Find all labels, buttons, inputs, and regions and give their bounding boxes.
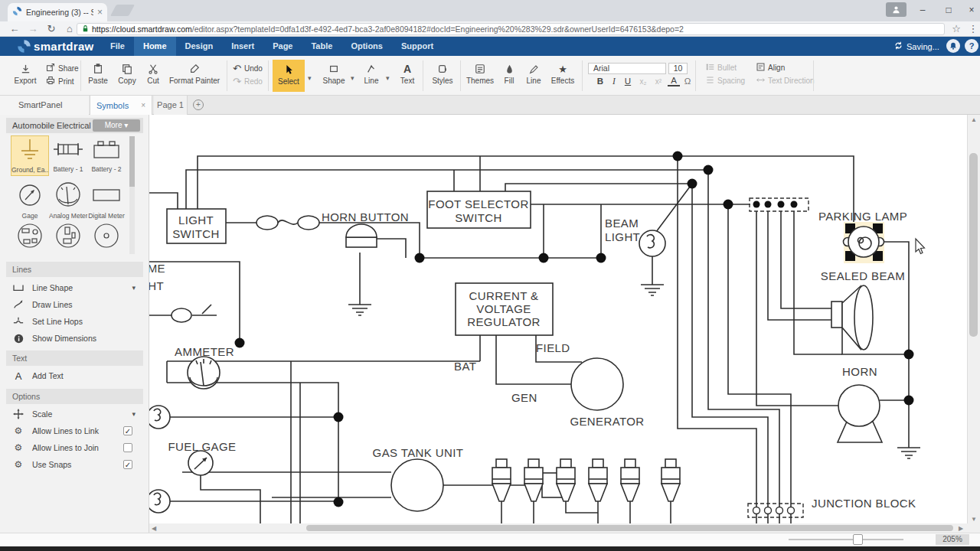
label-beam-light[interactable]: BEAM xyxy=(605,217,639,230)
styles-button[interactable]: Styles xyxy=(427,61,458,85)
menu-design[interactable]: Design xyxy=(176,37,223,56)
text-direction-button[interactable]: Text Direction xyxy=(756,76,815,86)
menu-file[interactable]: File xyxy=(101,37,134,56)
tab-symbols-close-icon[interactable]: × xyxy=(141,101,145,109)
canvas-vscrollbar-thumb[interactable] xyxy=(969,153,978,337)
help-icon[interactable]: ? xyxy=(965,39,978,53)
label-junction-block[interactable]: JUNCTION BLOCK xyxy=(812,497,916,510)
scale-dropdown-icon[interactable]: ▾ xyxy=(132,410,136,418)
shape-horn-button[interactable] xyxy=(346,224,377,247)
address-bar[interactable]: https://cloud.smartdraw.com/editor.aspx?… xyxy=(77,23,945,35)
menu-options[interactable]: Options xyxy=(341,37,392,56)
panel-item-show-dimensions[interactable]: Show Dimensions xyxy=(6,330,143,347)
shape-parking-lamp-selected[interactable] xyxy=(844,222,885,263)
checkbox-use-snaps[interactable]: ✓ xyxy=(123,460,132,469)
effects-button[interactable]: ★ Effects xyxy=(547,61,579,85)
canvas-hscrollbar-thumb[interactable] xyxy=(306,525,953,531)
tab-smartpanel[interactable]: SmartPanel xyxy=(0,96,89,115)
drawing-canvas[interactable]: LIGHT SWITCH HORN BUTTON FOOT SELECTOR S… xyxy=(149,115,967,523)
label-ammeter[interactable]: AMMETER xyxy=(175,345,234,358)
svg-text:SWITCH[interactable]: SWITCH xyxy=(172,227,220,240)
scroll-left-icon[interactable]: ◀ xyxy=(152,525,156,532)
panel-item-use-snaps[interactable]: ⚙ Use Snaps ✓ xyxy=(6,456,143,473)
scroll-down-icon[interactable]: ▼ xyxy=(971,516,977,523)
svg-text:SWITCH[interactable]: SWITCH xyxy=(455,211,502,224)
label-sealed-beam[interactable]: SEALED BEAM xyxy=(821,269,905,282)
panel-item-set-line-hops[interactable]: Set Line Hops xyxy=(6,313,143,330)
export-button[interactable]: Export xyxy=(8,61,43,85)
spacing-button[interactable]: Spacing xyxy=(706,76,745,86)
svg-text:VOLTAGE[interactable]: VOLTAGE xyxy=(476,302,531,315)
shape-sealed-beam[interactable] xyxy=(831,285,873,350)
avatar[interactable] xyxy=(886,2,906,17)
close-button[interactable]: × xyxy=(960,0,980,20)
browser-menu-icon[interactable]: ⋮ xyxy=(965,21,980,37)
symbol-distributor-2[interactable] xyxy=(49,222,87,253)
select-dropdown-icon[interactable]: ▾ xyxy=(308,74,312,82)
menu-table[interactable]: Table xyxy=(302,37,341,56)
shape-ammeter[interactable] xyxy=(188,357,220,389)
tab-symbols[interactable]: Symbols × xyxy=(90,96,152,115)
menu-page[interactable]: Page xyxy=(263,37,302,56)
format-painter-button[interactable]: Format Painter xyxy=(165,61,224,85)
line-dropdown-icon[interactable]: ▾ xyxy=(386,74,390,82)
symbol-digital-meter[interactable]: Digital Meter xyxy=(87,182,126,220)
ground-symbol[interactable] xyxy=(348,305,371,315)
label-gas-tank[interactable]: GAS TANK UNIT xyxy=(373,446,464,459)
undo-button[interactable]: ↶ Undo xyxy=(233,63,263,74)
more-symbols-button[interactable]: More ▾ xyxy=(93,119,140,132)
print-button[interactable]: Print xyxy=(46,76,74,86)
label-generator[interactable]: GENERATOR xyxy=(570,415,644,428)
label-foot-selector[interactable]: FOOT SELECTOR xyxy=(428,197,528,210)
symbol-scrollbar[interactable] xyxy=(129,136,135,254)
shape-dropdown-icon[interactable]: ▾ xyxy=(351,74,354,82)
add-page-icon[interactable]: + xyxy=(193,99,204,110)
shape-connectors[interactable] xyxy=(492,459,680,501)
text-tool-button[interactable]: A Text xyxy=(394,61,421,85)
label-parking-lamp[interactable]: PARKING LAMP xyxy=(818,210,907,223)
bold-button[interactable]: B xyxy=(594,76,606,87)
symbol-coil[interactable] xyxy=(87,222,126,253)
panel-item-scale[interactable]: Scale ▾ xyxy=(6,406,143,422)
line-shape-dropdown-icon[interactable]: ▾ xyxy=(132,284,136,292)
tab-page-1[interactable]: Page 1 xyxy=(154,96,188,115)
label-field[interactable]: FIELD xyxy=(536,341,570,354)
paste-button[interactable]: Paste xyxy=(83,61,113,85)
shape-horn[interactable] xyxy=(838,385,882,442)
shape-gas-tank[interactable] xyxy=(391,459,443,511)
panel-item-draw-lines[interactable]: Draw Lines xyxy=(6,296,143,313)
checkbox-allow-lines-link[interactable]: ✓ xyxy=(123,426,132,435)
minimize-button[interactable]: – xyxy=(911,0,934,20)
align-button[interactable]: Align xyxy=(756,63,785,73)
scroll-right-icon[interactable]: ▶ xyxy=(959,525,963,532)
label-regulator[interactable]: CURRENT & xyxy=(469,289,539,302)
font-name-input[interactable]: Arial xyxy=(588,63,666,74)
label-light-switch[interactable]: LIGHT xyxy=(178,214,214,227)
menu-insert[interactable]: Insert xyxy=(222,37,263,56)
notifications-bell-icon[interactable] xyxy=(946,39,960,53)
back-icon[interactable]: ← xyxy=(6,21,23,37)
tab-close-icon[interactable]: × xyxy=(97,7,103,18)
bookmark-star-icon[interactable]: ☆ xyxy=(948,21,965,37)
browser-tab[interactable]: Engineering (3) -- Smart × xyxy=(8,3,107,21)
bullet-button[interactable]: Bullet xyxy=(706,63,737,73)
panel-item-allow-lines-link[interactable]: ⚙ Allow Lines to Link ✓ xyxy=(6,422,143,439)
line-style-button[interactable]: Line xyxy=(521,61,547,85)
shape-tool-button[interactable]: Shape xyxy=(318,61,349,85)
copy-button[interactable]: Copy xyxy=(113,61,141,85)
shape-fuel-gage[interactable] xyxy=(188,451,213,475)
symbol-ground[interactable]: Ground, Ea... xyxy=(11,135,49,176)
symbol-distributor-1[interactable] xyxy=(11,222,49,253)
underline-button[interactable]: U xyxy=(622,76,634,87)
home-icon[interactable]: ⌂ xyxy=(61,21,78,37)
svg-text:LIGHT[interactable]: LIGHT xyxy=(605,230,640,243)
checkbox-allow-lines-join[interactable] xyxy=(123,443,132,452)
symbol-scrollbar-thumb[interactable] xyxy=(129,136,135,187)
label-fuel-gage[interactable]: FUEL GAGE xyxy=(168,440,237,453)
menu-support[interactable]: Support xyxy=(392,37,443,56)
symbol-analog-meter[interactable]: Analog Meter xyxy=(49,181,87,220)
new-tab-button[interactable] xyxy=(110,5,135,16)
scroll-up-icon[interactable]: ▲ xyxy=(971,116,977,123)
shape-fuse[interactable] xyxy=(256,216,319,230)
svg-text:REGULATOR[interactable]: REGULATOR xyxy=(467,315,541,328)
